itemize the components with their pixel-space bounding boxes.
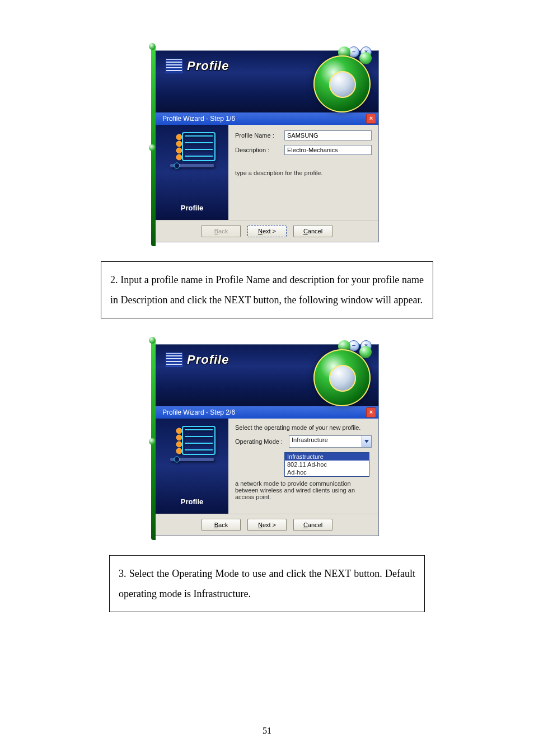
instruction-step-2: 2. Input a profile name in Profile Name … — [101, 261, 433, 318]
back-button[interactable]: Back — [202, 519, 241, 531]
operating-mode-dropdown[interactable]: Infrastructure 802.11 Ad-hoc Ad-hoc — [284, 452, 369, 477]
window-banner: Profile – × — [156, 51, 378, 112]
banner-orb-graphic: – × — [313, 341, 375, 408]
svg-point-1 — [174, 163, 180, 168]
side-panel-label: Profile — [181, 204, 203, 212]
next-button[interactable]: Next > — [247, 225, 287, 237]
window-banner: Profile – × — [156, 345, 378, 406]
instruction-step-3: 3. Select the Operating Mode to use and … — [109, 555, 425, 612]
operating-mode-label: Operating Mode : — [235, 438, 284, 445]
svg-point-18 — [176, 435, 182, 440]
wizard-close-button[interactable]: × — [366, 114, 376, 124]
wizard-step-title: Profile Wizard - Step 1/6 — [162, 112, 235, 125]
operating-mode-value: Infrastructure — [292, 436, 328, 443]
banner-orb-graphic: – × — [313, 48, 375, 115]
wizard-side-panel: Profile — [156, 125, 228, 220]
description-label: Description : — [235, 147, 280, 153]
profile-app-icon — [166, 353, 182, 367]
banner-title: Profile — [187, 353, 229, 367]
side-panel-label: Profile — [181, 497, 203, 506]
profile-wizard-step1-window: Profile – × Profile Wizard - Step 1/6 × — [155, 50, 379, 242]
next-button[interactable]: Next > — [247, 519, 287, 531]
profile-side-graphic-icon — [167, 424, 217, 463]
profile-name-label: Profile Name : — [235, 132, 280, 139]
operating-mode-combobox[interactable]: Infrastructure — [289, 435, 372, 448]
description-input[interactable] — [284, 145, 372, 155]
svg-point-9 — [176, 154, 182, 160]
profile-name-input[interactable] — [284, 130, 372, 140]
wizard-help-text: a network mode to provide communication … — [235, 480, 372, 500]
svg-point-7 — [176, 141, 182, 147]
dropdown-option-adhoc[interactable]: Ad-hoc — [285, 468, 369, 476]
profile-wizard-step2-window: Profile – × Profile Wizard - Step 2/6 × — [155, 344, 379, 536]
ornament-dot-icon — [149, 438, 156, 445]
profile-app-icon — [166, 59, 182, 73]
banner-title: Profile — [187, 59, 229, 73]
orb-core-icon — [329, 71, 356, 98]
window-left-ornament — [151, 340, 156, 540]
wizard-intro-text: Select the operating mode of your new pr… — [235, 424, 372, 431]
svg-point-19 — [176, 442, 182, 447]
wizard-form-area: Profile Name : Description : type a desc… — [228, 125, 378, 220]
dropdown-option-infrastructure[interactable]: Infrastructure — [285, 453, 369, 461]
wizard-help-text: type a description for the profile. — [235, 170, 372, 176]
window-left-ornament — [151, 46, 156, 246]
profile-side-graphic-icon — [167, 130, 217, 170]
ornament-dot-icon — [149, 43, 156, 50]
chevron-down-icon — [362, 436, 371, 447]
dropdown-option-80211-adhoc[interactable]: 802.11 Ad-hoc — [285, 461, 369, 468]
ornament-dot-icon — [149, 337, 156, 344]
svg-point-12 — [174, 457, 180, 462]
svg-point-6 — [176, 134, 182, 140]
svg-point-17 — [176, 428, 182, 434]
orb-core-icon — [329, 365, 356, 392]
cancel-button[interactable]: Cancel — [293, 519, 332, 531]
wizard-side-panel: Profile — [156, 419, 228, 514]
ornament-dot-icon — [149, 144, 156, 151]
wizard-step-title: Profile Wizard - Step 2/6 — [162, 406, 235, 419]
cancel-button[interactable]: Cancel — [293, 225, 332, 237]
wizard-close-button[interactable]: × — [366, 407, 376, 417]
wizard-button-row: Back Next > Cancel — [156, 220, 378, 242]
back-button: Back — [202, 225, 241, 237]
svg-point-8 — [176, 148, 182, 153]
wizard-form-area: Select the operating mode of your new pr… — [228, 419, 378, 514]
page-number: 51 — [0, 726, 534, 736]
wizard-button-row: Back Next > Cancel — [156, 514, 378, 536]
svg-point-20 — [176, 448, 182, 454]
